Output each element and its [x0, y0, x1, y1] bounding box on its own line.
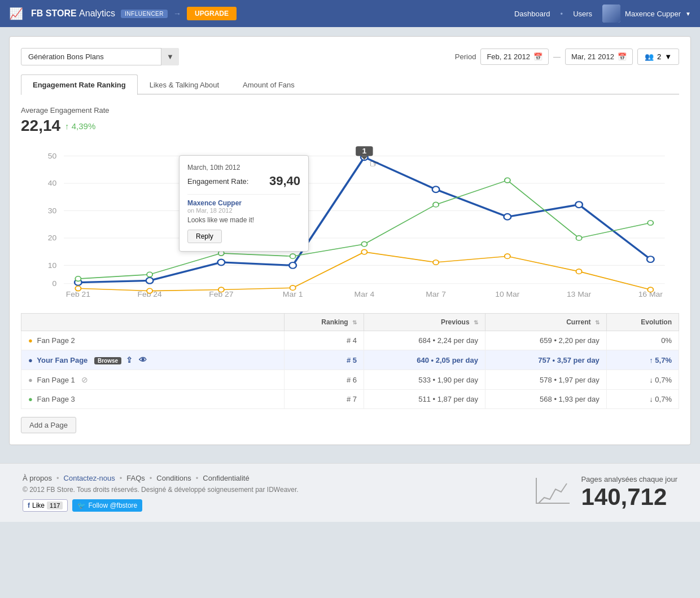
user-menu[interactable]: Maxence Cupper ▼	[602, 5, 691, 23]
fb-like-button[interactable]: f Like 117	[23, 499, 68, 512]
period-label: Period	[455, 52, 476, 61]
row-ranking: # 6	[285, 370, 364, 390]
header: 📈 FB STORE Analytics INFLUENCER → UPGRAD…	[0, 0, 700, 27]
col-current[interactable]: Current ⇅	[485, 314, 606, 331]
users-icon: 👥	[645, 52, 654, 61]
pages-label: Pages analysées chaque jour	[581, 475, 677, 483]
row-ranking: # 7	[285, 390, 364, 409]
tab-engagement-rate[interactable]: Engagement Rate Ranking	[21, 74, 138, 95]
avg-label: Average Engagement Rate	[21, 106, 679, 115]
svg-point-24	[289, 262, 296, 269]
col-previous[interactable]: Previous ⇅	[364, 314, 485, 331]
data-table: Ranking ⇅ Previous ⇅ Current ⇅ Evolution…	[21, 313, 679, 409]
svg-point-37	[576, 236, 581, 241]
avg-change: ↑ 4,39%	[65, 121, 95, 131]
date-separator: —	[553, 52, 561, 61]
row-curr: 757 • 3,57 per day	[485, 350, 606, 370]
svg-point-41	[218, 287, 224, 292]
footer-sep-3: •	[150, 474, 152, 482]
arrow: →	[173, 9, 181, 18]
svg-text:Mar 7: Mar 7	[426, 291, 446, 298]
svg-text:10 Mar: 10 Mar	[495, 291, 520, 298]
pages-count-wrap: Pages analysées chaque jour 140,712	[581, 475, 677, 511]
footer-confidentialite: Confidentialité	[203, 474, 249, 482]
logo: FB STORE Analytics	[31, 8, 115, 19]
header-right: Dashboard • Users Maxence Cupper ▼	[514, 5, 691, 23]
svg-text:Mar 1: Mar 1	[283, 291, 303, 298]
footer-conditions: Conditions	[156, 474, 191, 482]
svg-text:30: 30	[48, 207, 56, 215]
twitter-icon: 🐦	[77, 502, 86, 509]
svg-point-39	[75, 286, 81, 291]
row-ranking: # 5	[285, 350, 364, 370]
dot-blue-icon: ●	[28, 356, 33, 364]
tab-likes-talking[interactable]: Likes & Talking About	[138, 74, 231, 95]
main: Génération Bons Plans ▼ Period Feb, 21 2…	[0, 27, 700, 463]
svg-point-34	[361, 241, 367, 247]
chart-svg: 50 40 30 20 10 0 Feb 21 Feb 24 Feb 27 Ma…	[21, 144, 679, 302]
svg-rect-52	[536, 503, 570, 504]
avatar	[602, 5, 620, 23]
upgrade-button[interactable]: UPGRADE	[187, 7, 237, 20]
svg-point-44	[433, 260, 439, 265]
svg-rect-53	[536, 478, 537, 504]
footer-sep-1: •	[56, 474, 59, 482]
svg-text:40: 40	[48, 179, 56, 187]
footer-sep-4: •	[196, 474, 199, 482]
fb-icon: f	[28, 502, 30, 509]
row-prev: 640 • 2,05 per day	[364, 350, 485, 370]
tab-amount-fans[interactable]: Amount of Fans	[231, 74, 307, 95]
svg-text:50: 50	[48, 152, 56, 160]
tooltip-user[interactable]: Maxence Cupper	[187, 199, 300, 207]
chart-icon: 📈	[9, 7, 23, 20]
row-name: ● Fan Page 1 ⊘	[21, 370, 285, 390]
footer-right: Pages analysées chaque jour 140,712	[536, 475, 677, 511]
add-page-button[interactable]: Add a Page	[21, 417, 76, 433]
svg-point-22	[146, 278, 154, 284]
svg-text:1: 1	[362, 147, 366, 155]
reply-button[interactable]: Reply	[187, 230, 222, 243]
tooltip-rate-label: Engagement Rate:	[187, 177, 248, 186]
footer-apropos: À propos	[23, 474, 52, 482]
row-prev: 684 • 2,24 per day	[364, 331, 485, 350]
date-from-input[interactable]: Feb, 21 2012 📅	[480, 49, 549, 65]
nav-users[interactable]: Users	[573, 10, 592, 18]
svg-point-26	[432, 186, 440, 192]
nav-dashboard[interactable]: Dashboard	[514, 10, 550, 18]
row-prev: 511 • 1,87 per day	[364, 390, 485, 409]
user-name: Maxence Cupper	[625, 10, 681, 18]
date-to-input[interactable]: Mar, 21 2012 📅	[565, 49, 633, 65]
row-evo: ↓ 0,7%	[606, 370, 679, 390]
svg-point-43	[361, 249, 367, 254]
footer-contact[interactable]: Contactez-nous	[64, 474, 115, 482]
chart-tooltip: March, 10th 2012 Engagement Rate: 39,40 …	[179, 155, 309, 252]
row-curr: 578 • 1,97 per day	[485, 370, 606, 390]
browse-tooltip-wrap: Browse ⇪ 👁	[94, 356, 149, 364]
unlink-icon[interactable]: ⊘	[81, 375, 88, 384]
row-evo: ↑ 5,7%	[606, 350, 679, 370]
svg-point-46	[576, 269, 581, 274]
col-name	[21, 314, 285, 331]
svg-point-23	[218, 260, 225, 266]
users-button[interactable]: 👥 2 ▼	[637, 49, 679, 65]
page-select[interactable]: Génération Bons Plans	[21, 48, 179, 65]
footer-chart-icon	[536, 478, 570, 508]
share-icon[interactable]: ⇪	[126, 355, 133, 364]
nav-separator: •	[561, 10, 563, 18]
svg-point-42	[290, 285, 296, 291]
footer: À propos • Contactez-nous • FAQs • Condi…	[0, 463, 700, 522]
eye-icon[interactable]: 👁	[139, 355, 147, 364]
dot-gray-icon: ●	[28, 376, 33, 384]
row-curr: 659 • 2,20 per day	[485, 331, 606, 350]
analytics-card: Génération Bons Plans ▼ Period Feb, 21 2…	[9, 36, 691, 445]
svg-text:10: 10	[48, 262, 56, 270]
tooltip-user-meta: on Mar, 18 2012	[187, 207, 300, 214]
svg-point-40	[147, 288, 152, 293]
col-ranking[interactable]: Ranking ⇅	[285, 314, 364, 331]
footer-copyright: © 2012 FB Store. Tous droits réservés. D…	[23, 486, 299, 494]
twitter-follow-button[interactable]: 🐦 Follow @fbstore	[72, 499, 142, 512]
row-ranking: # 4	[285, 331, 364, 350]
chart-area: March, 10th 2012 Engagement Rate: 39,40 …	[21, 144, 679, 302]
row-curr: 568 • 1,93 per day	[485, 390, 606, 409]
period-wrap: Period Feb, 21 2012 📅 — Mar, 21 2012 📅 👥…	[455, 49, 679, 65]
